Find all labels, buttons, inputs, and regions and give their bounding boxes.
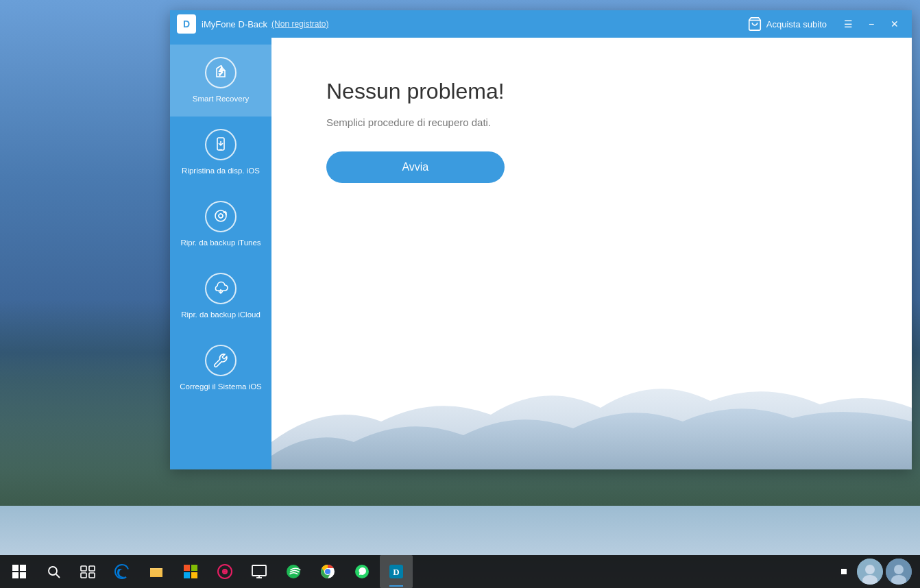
sidebar-item-fix-ios[interactable]: Correggi il Sistema iOS [170, 332, 271, 404]
restore-itunes-icon [205, 201, 237, 232]
taskbar-search-button[interactable] [37, 555, 70, 588]
svg-rect-18 [184, 572, 190, 578]
taskbar-edge-button[interactable] [106, 555, 138, 588]
taskbar-store-button[interactable] [174, 555, 207, 588]
close-button[interactable]: ✕ [884, 14, 905, 34]
taskbar: D [0, 555, 920, 588]
title-bar: D iMyFone D-Back (Non registrato) Acquis… [170, 10, 912, 38]
sidebar: Smart Recovery Ripristina da disp. iOS [170, 38, 271, 469]
restore-itunes-label: Ripr. da backup iTunes [180, 238, 261, 248]
main-title: Nessun problema! [326, 79, 505, 104]
sidebar-item-restore-itunes[interactable]: Ripr. da backup iTunes [170, 188, 271, 260]
svg-rect-14 [89, 573, 95, 578]
restore-icloud-icon [205, 273, 237, 304]
window-controls: ☰ − ✕ [838, 14, 905, 34]
svg-rect-7 [12, 572, 19, 578]
notification-dot [841, 569, 847, 574]
menu-button[interactable]: ☰ [838, 14, 858, 34]
cart-icon [747, 16, 762, 32]
app-name: iMyFone D-Back [202, 19, 267, 29]
taskbar-start-button[interactable] [3, 555, 36, 588]
taskbar-taskview-button[interactable] [71, 555, 104, 588]
svg-rect-23 [252, 565, 266, 576]
svg-rect-19 [191, 572, 197, 578]
taskbar-media-button[interactable] [208, 555, 241, 588]
taskbar-whatsapp-button[interactable] [346, 555, 378, 588]
main-inner: Nessun problema! Semplici procedure di r… [271, 38, 559, 224]
wave-decoration [271, 360, 912, 469]
svg-point-29 [326, 569, 330, 574]
svg-line-10 [56, 574, 60, 578]
smart-recovery-label: Smart Recovery [193, 94, 249, 104]
avvia-button[interactable]: Avvia [326, 151, 505, 183]
svg-rect-15 [150, 569, 162, 576]
taskbar-spotify-button[interactable] [277, 555, 310, 588]
fix-ios-label: Correggi il Sistema iOS [180, 382, 262, 392]
taskbar-fileexplorer-button[interactable] [140, 555, 173, 588]
taskbar-chrome-button[interactable] [311, 555, 344, 588]
taskbar-whiteboard-button[interactable] [243, 555, 276, 588]
smart-recovery-icon [205, 57, 237, 88]
app-window: D iMyFone D-Back (Non registrato) Acquis… [170, 10, 912, 469]
fix-ios-icon [205, 345, 237, 376]
main-subtitle: Semplici procedure di recupero dati. [326, 117, 505, 128]
svg-rect-16 [184, 565, 190, 571]
buy-button[interactable]: Acquista subito [747, 16, 827, 32]
taskbar-dashlane-button[interactable]: D [380, 555, 413, 588]
svg-rect-11 [81, 566, 86, 571]
svg-rect-8 [20, 572, 26, 578]
taskbar-avatar-2[interactable] [886, 559, 912, 585]
svg-point-34 [865, 565, 875, 574]
sidebar-item-smart-recovery[interactable]: Smart Recovery [170, 45, 271, 117]
unregistered-link[interactable]: (Non registrato) [271, 19, 328, 29]
taskbar-notification[interactable] [834, 569, 854, 574]
minimize-button[interactable]: − [861, 14, 882, 34]
svg-rect-12 [89, 566, 95, 571]
restore-icloud-label: Ripr. da backup iCloud [181, 310, 261, 320]
sidebar-item-restore-ios[interactable]: Ripristina da disp. iOS [170, 117, 271, 188]
svg-rect-13 [81, 573, 86, 578]
restore-ios-icon [205, 129, 237, 160]
svg-text:D: D [393, 567, 399, 577]
svg-point-37 [894, 565, 904, 574]
sidebar-item-restore-icloud[interactable]: Ripr. da backup iCloud [170, 260, 271, 332]
svg-rect-5 [12, 565, 19, 571]
svg-point-22 [224, 571, 226, 572]
app-body: Smart Recovery Ripristina da disp. iOS [170, 38, 912, 469]
svg-point-9 [49, 567, 57, 575]
main-content: Nessun problema! Semplici procedure di r… [271, 38, 912, 469]
app-logo: D [177, 14, 196, 34]
taskbar-right [834, 559, 917, 585]
restore-ios-label: Ripristina da disp. iOS [182, 166, 260, 176]
svg-rect-6 [20, 565, 26, 571]
taskbar-avatar-1[interactable] [857, 559, 883, 585]
svg-rect-17 [191, 565, 197, 571]
